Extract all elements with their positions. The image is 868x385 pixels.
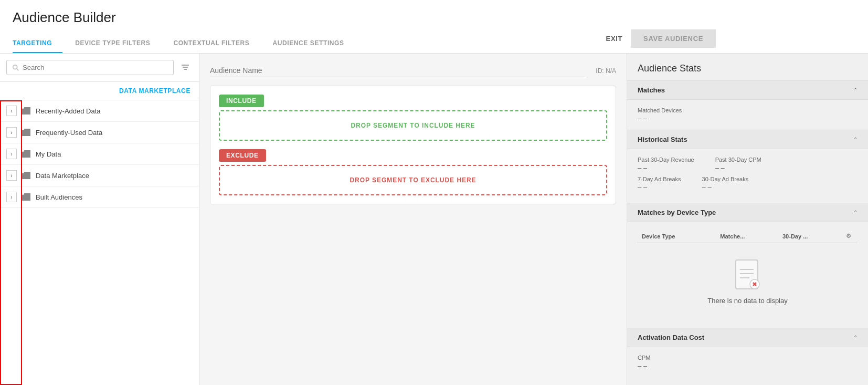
chevron-icon[interactable]: › [6,127,17,138]
matches-section: Matches ⌃ Matched Devices – – [627,80,868,130]
tree-item-data-marketplace[interactable]: › Data Marketplace [0,165,199,186]
chevron-icon[interactable]: › [6,170,17,181]
cpm-value: – – [638,362,858,370]
matches-section-header[interactable]: Matches ⌃ [627,80,868,100]
col-settings[interactable]: ⚙ [842,230,858,243]
past-30-revenue-stat: Past 30-Day Revenue – – [638,157,694,172]
folder-icon [21,193,30,201]
matched-devices-label: Matched Devices [638,107,858,113]
device-type-table: Device Type Matche... 30-Day ... ⚙ [638,230,858,243]
stats-title: Audience Stats [638,63,858,74]
historical-stats-section: Historical Stats ⌃ Past 30-Day Revenue –… [627,130,868,203]
chevron-icon[interactable]: › [6,106,17,116]
historical-section-header[interactable]: Historical Stats ⌃ [627,130,868,149]
tree-item-label: Data Marketplace [36,172,89,180]
activation-section: Activation Data Cost ⌃ CPM – – [627,328,868,377]
search-input[interactable] [23,64,168,71]
seven-day-breaks-label: 7-Day Ad Breaks [638,176,681,182]
matched-devices-stat: Matched Devices – – [638,107,858,122]
col-device-type: Device Type [638,230,716,243]
thirty-day-breaks-stat: 30-Day Ad Breaks – – [702,176,749,191]
cpm-label: CPM [638,355,858,361]
col-matches: Matche... [716,230,778,243]
audience-id: ID: N/A [596,67,616,75]
search-input-wrapper[interactable] [6,60,174,75]
device-type-section-title: Matches by Device Type [638,209,716,216]
seven-day-breaks-value: – – [638,183,681,191]
cpm-stat: CPM – – [638,355,858,370]
folder-icon [21,129,30,136]
save-audience-button[interactable]: SAVE AUDIENCE [631,29,716,48]
col-30-day: 30-Day ... [778,230,842,243]
audience-name-input[interactable] [210,64,585,77]
data-marketplace-link[interactable]: DATA MARKETPLACE [0,82,199,100]
search-bar [0,54,199,82]
include-label: INCLUDE [219,95,264,107]
folder-icon [21,107,30,115]
tree-item-label: Built Audiences [36,193,82,201]
audience-name-row: ID: N/A [210,64,616,77]
tab-audience-settings[interactable]: AUDIENCE SETTINGS [272,34,354,53]
no-data-container: There is no data to display [638,243,858,320]
tree-list: › Recently-Added Data › Frequently-Used … [0,100,199,385]
chevron-icon[interactable]: › [6,149,17,159]
matches-section-title: Matches [638,86,665,94]
exclude-drop-zone: EXCLUDE DROP SEGMENT TO EXCLUDE HERE [219,149,607,195]
past-30-cpm-label: Past 30-Day CPM [715,157,761,163]
left-panel: DATA MARKETPLACE › Recently-Added Data ›… [0,54,199,385]
matched-devices-value: – – [638,115,858,122]
right-panel: Audience Stats Matches ⌃ Matched Devices… [627,54,868,385]
matches-chevron-icon: ⌃ [853,87,858,93]
past-30-cpm-value: – – [715,164,761,172]
tree-item-label: Recently-Added Data [36,107,101,115]
device-type-section-content: Device Type Matche... 30-Day ... ⚙ [627,222,868,328]
page-title: Audience Builder [13,9,855,26]
tree-item-frequently-used[interactable]: › Frequently-Used Data [0,122,199,143]
exclude-label: EXCLUDE [219,149,266,162]
tree-item-my-data[interactable]: › My Data [0,143,199,165]
drop-zone-container: INCLUDE DROP SEGMENT TO INCLUDE HERE EXC… [210,86,616,204]
tree-item-built-audiences[interactable]: › Built Audiences [0,186,199,208]
svg-point-0 [13,65,17,69]
folder-icon [21,150,30,158]
header-actions: EXIT SAVE AUDIENCE [606,29,716,48]
historical-stat-row-1: Past 30-Day Revenue – – Past 30-Day CPM … [638,157,858,172]
activation-section-content: CPM – – [627,347,868,377]
center-panel: ID: N/A INCLUDE DROP SEGMENT TO INCLUDE … [199,54,627,385]
include-drop-zone: INCLUDE DROP SEGMENT TO INCLUDE HERE [219,95,607,141]
activation-chevron-icon: ⌃ [853,335,858,340]
stats-header: Audience Stats [627,54,868,80]
exclude-drop-area: DROP SEGMENT TO EXCLUDE HERE [219,165,607,195]
thirty-day-breaks-value: – – [702,183,749,191]
chevron-icon[interactable]: › [6,192,17,202]
tab-targeting[interactable]: TARGETING [13,34,62,53]
no-data-icon [735,259,761,290]
device-type-section-header[interactable]: Matches by Device Type ⌃ [627,203,868,222]
folder-icon [21,172,30,179]
settings-icon[interactable]: ⚙ [846,233,851,239]
historical-section-content: Past 30-Day Revenue – – Past 30-Day CPM … [627,149,868,203]
past-30-cpm-stat: Past 30-Day CPM – – [715,157,761,172]
no-data-text: There is no data to display [707,297,787,305]
historical-chevron-icon: ⌃ [853,137,858,142]
historical-stat-row-2: 7-Day Ad Breaks – – 30-Day Ad Breaks – – [638,176,858,191]
include-drop-area: DROP SEGMENT TO INCLUDE HERE [219,110,607,141]
tab-device-type-filters[interactable]: DEVICE TYPE FILTERS [75,34,161,53]
tree-item-recently-added[interactable]: › Recently-Added Data [0,100,199,122]
seven-day-breaks-stat: 7-Day Ad Breaks – – [638,176,681,191]
activation-section-title: Activation Data Cost [638,334,704,341]
device-type-chevron-icon: ⌃ [853,210,858,215]
historical-section-title: Historical Stats [638,136,687,143]
tree-item-label: My Data [36,150,61,158]
nav-tabs: TARGETING DEVICE TYPE FILTERS CONTEXTUAL… [13,34,855,53]
past-30-revenue-value: – – [638,164,694,172]
filter-icon[interactable] [178,60,193,75]
search-icon [12,64,19,71]
svg-line-1 [17,69,18,70]
matches-section-content: Matched Devices – – [627,100,868,130]
thirty-day-breaks-label: 30-Day Ad Breaks [702,176,749,182]
activation-section-header[interactable]: Activation Data Cost ⌃ [627,328,868,347]
tab-contextual-filters[interactable]: CONTEXTUAL FILTERS [173,34,260,53]
past-30-revenue-label: Past 30-Day Revenue [638,157,694,163]
exit-button[interactable]: EXIT [606,35,623,43]
